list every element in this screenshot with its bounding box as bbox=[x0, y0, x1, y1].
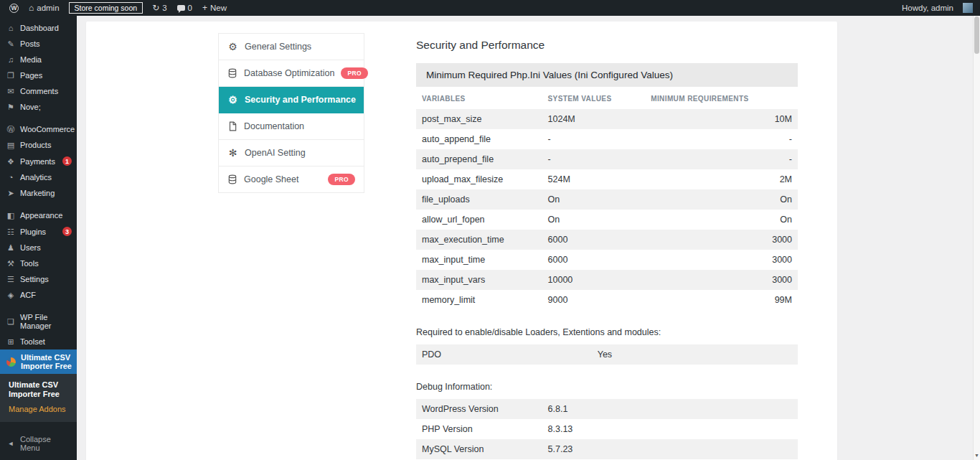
sheet-icon bbox=[227, 174, 237, 184]
updates-link[interactable]: ↻ 3 bbox=[147, 0, 171, 16]
sidebar-item-dashboard[interactable]: ⌂Dashboard bbox=[0, 20, 77, 36]
table-cell: - bbox=[645, 129, 798, 149]
sidebar-item-analytics[interactable]: ◔Analytics bbox=[0, 169, 77, 185]
admin-sidebar: ⌂Dashboard✎Posts♫Media❐Pages✉Comments⚑No… bbox=[0, 16, 77, 460]
wordpress-logo-icon: W bbox=[9, 4, 19, 13]
performance-gear-icon: ⚙ bbox=[227, 95, 238, 105]
table-cell: max_execution_time bbox=[416, 230, 542, 250]
sidebar-item-pages[interactable]: ❐Pages bbox=[0, 67, 77, 83]
ini-table-body: post_max_size1024M10Mauto_append_file--a… bbox=[416, 109, 798, 310]
sidebar-item-label: Marketing bbox=[20, 189, 74, 197]
tab-label: Security and Performance bbox=[245, 95, 356, 105]
table-cell: 10M bbox=[645, 109, 798, 129]
scrollbar-down-arrow-icon[interactable]: ▼ bbox=[974, 451, 980, 460]
ini-section-header: Minimum Required Php.Ini Values (Ini Con… bbox=[416, 63, 798, 87]
sidebar-item-acf[interactable]: ◈ACF bbox=[0, 287, 77, 303]
coming-soon-badge[interactable]: Store coming soon bbox=[69, 2, 143, 14]
table-cell: 9000 bbox=[542, 290, 646, 310]
table-cell: upload_max_filesize bbox=[416, 169, 542, 189]
sidebar-item-toolset[interactable]: ⊞Toolset bbox=[0, 334, 77, 349]
tab-documentation[interactable]: Documentation bbox=[219, 113, 364, 140]
sidebar-item-label: Dashboard bbox=[20, 24, 74, 32]
sidebar-item-users[interactable]: ♟Users bbox=[0, 240, 77, 255]
sidebar-item-marketing[interactable]: ➤Marketing bbox=[0, 185, 77, 201]
tab-general-settings[interactable]: ⚙General Settings bbox=[219, 34, 364, 60]
howdy-account-link[interactable]: Howdy, admin bbox=[897, 4, 958, 12]
sidebar-item-products[interactable]: ▤Products bbox=[0, 137, 77, 153]
sidebar-item-label: Posts bbox=[20, 39, 74, 48]
gear-icon: ⚙ bbox=[227, 42, 238, 52]
security-performance-panel: Security and Performance Minimum Require… bbox=[416, 39, 798, 460]
table-cell: MySQL Version bbox=[416, 439, 542, 459]
sidebar-item-media[interactable]: ♫Media bbox=[0, 52, 77, 67]
sidebar-item-ultimate-csv-importer-free[interactable]: Ultimate CSV Importer Free bbox=[0, 349, 77, 374]
settings-tabs: ⚙General SettingsDatabase OptimizationPR… bbox=[218, 33, 364, 193]
comments-icon: ✉ bbox=[6, 87, 15, 95]
vertical-scrollbar[interactable]: ▼ bbox=[973, 16, 980, 460]
table-cell: On bbox=[645, 189, 798, 210]
sidebar-item-comments[interactable]: ✉Comments bbox=[0, 83, 77, 99]
comments-link[interactable]: 0 bbox=[172, 0, 197, 16]
sidebar-item-payments[interactable]: ❖Payments1 bbox=[0, 153, 77, 169]
sidebar-item-nove[interactable]: ⚑Nove; bbox=[0, 99, 77, 115]
debug-label: Debug Information: bbox=[416, 382, 798, 392]
document-icon bbox=[227, 121, 237, 131]
table-cell: 10000 bbox=[542, 270, 646, 290]
collapse-arrow-icon: ◄ bbox=[6, 440, 15, 447]
table-cell: max_input_vars bbox=[416, 270, 542, 290]
loaders-label: Required to enable/disable Loaders, Exte… bbox=[416, 327, 798, 337]
new-content-link[interactable]: + New bbox=[197, 0, 232, 16]
updates-icon: ↻ bbox=[152, 4, 159, 12]
pro-badge: PRO bbox=[328, 174, 355, 185]
sidebar-item-posts[interactable]: ✎Posts bbox=[0, 36, 77, 52]
wordpress-logo-button[interactable]: W bbox=[4, 0, 24, 16]
table-cell: On bbox=[645, 210, 798, 230]
submenu-item-ultimate-csv-importer-free[interactable]: Ultimate CSV Importer Free bbox=[0, 377, 77, 402]
sidebar-item-plugins[interactable]: ☷Plugins3 bbox=[0, 223, 77, 240]
tab-openai-setting[interactable]: ✻OpenAI Setting bbox=[219, 140, 364, 166]
sidebar-item-appearance[interactable]: ◧Appearance bbox=[0, 207, 77, 223]
sidebar-item-label: Products bbox=[20, 141, 74, 149]
table-cell: 1024M bbox=[542, 109, 646, 129]
comments-count: 0 bbox=[188, 4, 192, 12]
site-name-link[interactable]: ⌂ admin bbox=[24, 0, 65, 16]
avatar[interactable] bbox=[963, 3, 973, 13]
sidebar-item-woocommerce[interactable]: ⓌWooCommerce bbox=[0, 121, 77, 137]
table-cell: - bbox=[645, 149, 798, 169]
tab-google-sheet[interactable]: Google SheetPRO bbox=[219, 166, 364, 193]
table-cell: auto_prepend_file bbox=[416, 149, 542, 169]
submenu-item-manage-addons[interactable]: Manage Addons bbox=[0, 402, 77, 417]
sidebar-item-wp-file-manager[interactable]: ❏WP File Manager bbox=[0, 309, 77, 334]
payments-icon: ❖ bbox=[6, 157, 15, 166]
sidebar-item-label: WP File Manager bbox=[20, 313, 74, 330]
sidebar-item-label: Media bbox=[20, 55, 74, 64]
table-row: post_max_size1024M10M bbox=[416, 109, 798, 129]
table-cell: On bbox=[542, 210, 646, 230]
collapse-menu-label: Collapse Menu bbox=[20, 435, 70, 452]
table-cell: 3000 bbox=[645, 230, 798, 250]
comments-icon bbox=[177, 5, 185, 11]
settings-icon: ☰ bbox=[6, 275, 15, 283]
debug-table: WordPress Version6.8.1PHP Version8.3.13M… bbox=[416, 399, 798, 460]
sidebar-item-tools[interactable]: ⚒Tools bbox=[0, 255, 77, 271]
pro-badge: PRO bbox=[341, 67, 368, 79]
tab-database-optimization[interactable]: Database OptimizationPRO bbox=[219, 60, 364, 87]
woocommerce-icon: Ⓦ bbox=[6, 125, 15, 133]
tab-label: Database Optimization bbox=[244, 68, 334, 78]
openai-icon: ✻ bbox=[227, 148, 238, 158]
table-row: auto_prepend_file-- bbox=[416, 149, 798, 169]
table-cell: auto_append_file bbox=[416, 129, 542, 149]
csv-importer-submenu: Ultimate CSV Importer Free Manage Addons bbox=[0, 374, 77, 422]
tab-label: Documentation bbox=[244, 121, 304, 131]
sidebar-item-settings[interactable]: ☰Settings bbox=[0, 271, 77, 287]
table-cell: max_input_time bbox=[416, 250, 542, 270]
dashboard-icon: ⌂ bbox=[6, 24, 15, 32]
collapse-menu-button[interactable]: ◄ Collapse Menu bbox=[0, 431, 77, 456]
table-cell: On bbox=[542, 189, 646, 210]
table-cell: 5.7.23 bbox=[542, 439, 798, 459]
scrollbar-thumb[interactable] bbox=[974, 17, 979, 54]
table-row: MySQL Version5.7.23 bbox=[416, 439, 798, 459]
ini-header-row: VARIABLESSYSTEM VALUESMINIMUM REQUIREMEN… bbox=[416, 87, 798, 109]
sidebar-menu: ⌂Dashboard✎Posts♫Media❐Pages✉Comments⚑No… bbox=[0, 20, 77, 374]
tab-security-and-performance[interactable]: ⚙Security and Performance bbox=[219, 87, 364, 113]
